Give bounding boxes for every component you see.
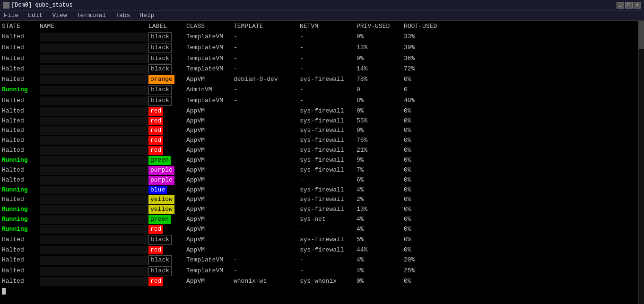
row-label: red (148, 246, 186, 255)
row-state: Halted (2, 246, 40, 255)
label-badge: orange (148, 75, 174, 84)
row-priv: 0% (357, 126, 404, 135)
label-badge: green (148, 215, 171, 224)
maximize-button[interactable]: □ (625, 2, 633, 9)
row-root: 0% (404, 136, 451, 145)
row-label: black (148, 85, 186, 95)
menu-edit[interactable]: Edit (26, 11, 44, 19)
row-state: Halted (2, 96, 40, 105)
close-button[interactable]: × (634, 2, 641, 9)
label-badge: black (148, 255, 172, 265)
table-row: Halted redAppVMsys-firewall55%0% (2, 116, 642, 126)
label-badge: black (148, 32, 172, 42)
row-label: black (148, 54, 186, 64)
row-root: 39% (404, 43, 451, 52)
row-root: 0% (404, 176, 451, 185)
row-label: black (148, 235, 186, 245)
label-badge: black (148, 54, 172, 64)
row-template: - (234, 86, 300, 95)
menu-terminal[interactable]: Terminal (75, 11, 108, 19)
table-row: Halted redAppVMsys-firewall76%0% (2, 136, 642, 146)
table-row: Halted purpleAppVMsys-firewall7%0% (2, 165, 642, 175)
row-label: green (148, 215, 186, 224)
row-label: black (148, 96, 186, 106)
header-class: CLASS (186, 22, 234, 31)
row-name (40, 277, 148, 286)
row-root: 0% (404, 126, 451, 135)
label-badge: red (148, 246, 163, 255)
menu-tabs[interactable]: Tabs (113, 11, 132, 19)
table-row: Halted redAppVMsys-firewall44%0% (2, 245, 642, 255)
label-badge: black (148, 96, 172, 106)
cursor-line (2, 287, 642, 295)
window-icon (3, 2, 9, 9)
row-state: Running (2, 156, 40, 165)
menu-file[interactable]: File (2, 11, 20, 19)
row-class: AppVM (186, 195, 234, 204)
row-class: AppVM (186, 246, 234, 255)
row-priv: 4% (357, 256, 404, 265)
row-netvm: sys-firewall (300, 146, 357, 155)
scrollbar[interactable] (638, 21, 644, 304)
row-class: TemplateVM (186, 33, 234, 42)
row-netvm: - (300, 33, 357, 42)
table-row: Halted redAppVMsys-firewall0%0% (2, 106, 642, 116)
table-row: Halted redAppVMwhonix-wssys-whonix0%0% (2, 277, 642, 287)
table-row: Halted blackTemplateVM--13%39% (2, 43, 642, 53)
menu-help[interactable]: Help (138, 11, 156, 19)
table-row: Halted blackTemplateVM--4%20% (2, 255, 642, 266)
row-name (40, 107, 148, 116)
row-root: 0% (404, 156, 451, 165)
row-priv: 0% (357, 277, 404, 286)
title-bar-buttons: _ □ × (617, 2, 641, 9)
row-priv: 5% (357, 235, 404, 244)
row-priv: 7% (357, 166, 404, 175)
row-priv: 78% (357, 75, 404, 84)
row-state: Running (2, 205, 40, 214)
row-class: AppVM (186, 136, 234, 145)
label-badge: black (148, 235, 172, 245)
cursor-block (2, 288, 6, 295)
row-netvm: sys-firewall (300, 75, 357, 84)
row-name (40, 75, 148, 84)
row-root: 33% (404, 33, 451, 42)
row-priv: 21% (357, 146, 404, 155)
row-root: 0% (404, 246, 451, 255)
row-name (40, 195, 148, 204)
row-label: black (148, 32, 186, 42)
window-title: [Dom0] qube_status (11, 2, 73, 9)
table-row: Halted blackTemplateVM--8%40% (2, 96, 642, 106)
row-name (40, 146, 148, 155)
row-root: 0% (404, 215, 451, 224)
row-state: Halted (2, 65, 40, 74)
row-label: red (148, 126, 186, 135)
row-class: AppVM (186, 146, 234, 155)
row-class: AppVM (186, 176, 234, 185)
terminal-area[interactable]: STATE NAME LABEL CLASS TEMPLATE NETVM PR… (0, 21, 644, 304)
row-root: 0% (404, 195, 451, 204)
minimize-button[interactable]: _ (617, 2, 624, 9)
row-class: TemplateVM (186, 43, 234, 52)
title-bar: [Dom0] qube_status _ □ × (0, 0, 644, 10)
row-netvm: - (300, 54, 357, 63)
row-label: red (148, 277, 186, 286)
row-root: 0% (404, 277, 451, 286)
menu-view[interactable]: View (50, 11, 69, 19)
row-name (40, 117, 148, 126)
row-priv: 4% (357, 186, 404, 195)
row-name (40, 86, 148, 95)
row-state: Halted (2, 166, 40, 175)
row-state: Halted (2, 136, 40, 145)
label-badge: red (148, 117, 163, 126)
row-name (40, 215, 148, 224)
row-class: TemplateVM (186, 96, 234, 105)
table-header: STATE NAME LABEL CLASS TEMPLATE NETVM PR… (2, 22, 642, 32)
label-badge: black (148, 43, 172, 53)
row-class: AdminVM (186, 86, 234, 95)
row-label: blue (148, 186, 186, 195)
row-state: Halted (2, 195, 40, 204)
label-badge: red (148, 146, 163, 155)
row-label: orange (148, 75, 186, 84)
scrollbar-thumb[interactable] (638, 21, 644, 49)
row-state: Halted (2, 33, 40, 42)
